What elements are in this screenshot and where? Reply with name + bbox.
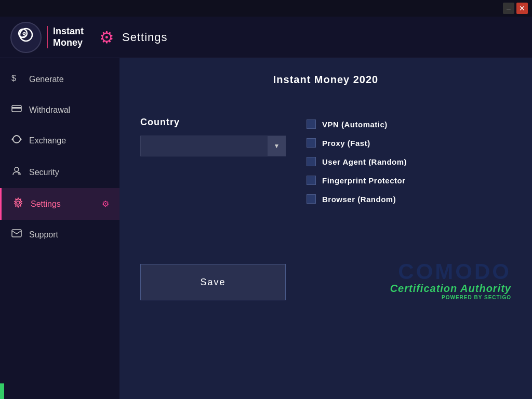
checkbox-browser-box[interactable] bbox=[307, 194, 316, 204]
sidebar-item-settings[interactable]: Settings ⚙ bbox=[0, 188, 119, 220]
save-button[interactable]: Save bbox=[140, 264, 286, 300]
checkbox-fingerprint-box[interactable] bbox=[307, 176, 316, 185]
app-header: $ Instant Money ⚙ Settings bbox=[0, 17, 532, 58]
sidebar-item-security[interactable]: Security bbox=[0, 156, 119, 188]
svg-marker-6 bbox=[20, 137, 22, 141]
checkboxes-section: VPN (Automatic) Proxy (Fast) User Agent … bbox=[307, 119, 407, 204]
content-area: Instant Money 2020 Country United States… bbox=[119, 58, 532, 399]
checkbox-vpn-box[interactable] bbox=[307, 119, 316, 129]
checkbox-proxy-box[interactable] bbox=[307, 138, 316, 148]
main-layout: $ Generate Withdrawal E bbox=[0, 58, 532, 399]
mail-icon bbox=[10, 229, 23, 240]
checkbox-user-agent-label: User Agent (Random) bbox=[322, 157, 407, 166]
sidebar-label-support: Support bbox=[29, 230, 58, 240]
sidebar-item-exchange[interactable]: Exchange bbox=[0, 125, 119, 156]
sidebar-item-withdrawal[interactable]: Withdrawal bbox=[0, 95, 119, 125]
sidebar-bottom-indicator bbox=[0, 383, 4, 399]
title-bar: – ✕ bbox=[0, 0, 532, 17]
save-section: Save COMODO Certification Authority POWE… bbox=[140, 261, 511, 300]
svg-marker-7 bbox=[11, 137, 14, 141]
close-button[interactable]: ✕ bbox=[516, 3, 528, 14]
header-title-area: ⚙ Settings bbox=[99, 28, 168, 47]
country-select-wrapper: United States United Kingdom Germany Fra… bbox=[140, 136, 286, 156]
checkbox-proxy-label: Proxy (Fast) bbox=[322, 139, 370, 148]
logo-icon: $ bbox=[10, 22, 42, 53]
dollar-icon: $ bbox=[10, 73, 23, 86]
settings-gear-icon: ⚙ bbox=[102, 199, 109, 209]
svg-text:$: $ bbox=[11, 74, 16, 83]
country-section: Country United States United Kingdom Ger… bbox=[140, 117, 286, 156]
svg-point-8 bbox=[15, 167, 19, 171]
logo-text: Instant Money bbox=[47, 26, 84, 48]
security-icon bbox=[10, 166, 23, 179]
country-label: Country bbox=[140, 117, 286, 128]
settings-body: Country United States United Kingdom Ger… bbox=[140, 117, 511, 204]
comodo-powered: POWERED BY SECTIGO bbox=[390, 295, 511, 300]
comodo-logo: COMODO Certification Authority POWERED B… bbox=[390, 261, 511, 300]
card-icon bbox=[10, 104, 23, 115]
sidebar-label-settings: Settings bbox=[31, 200, 61, 209]
settings-icon bbox=[12, 197, 24, 210]
checkbox-vpn-label: VPN (Automatic) bbox=[322, 120, 388, 129]
svg-text:$: $ bbox=[22, 31, 26, 39]
header-gear-icon: ⚙ bbox=[99, 28, 114, 47]
country-select[interactable]: United States United Kingdom Germany Fra… bbox=[140, 136, 286, 156]
exchange-icon bbox=[10, 134, 23, 147]
content-title: Instant Money 2020 bbox=[140, 74, 511, 86]
sidebar-label-withdrawal: Withdrawal bbox=[29, 105, 70, 115]
logo-area: $ Instant Money bbox=[10, 22, 84, 53]
comodo-name: COMODO bbox=[390, 261, 511, 283]
checkbox-proxy[interactable]: Proxy (Fast) bbox=[307, 138, 407, 148]
checkbox-user-agent[interactable]: User Agent (Random) bbox=[307, 157, 407, 166]
sidebar-label-exchange: Exchange bbox=[29, 136, 66, 145]
comodo-cert-label: Certification Authority bbox=[390, 283, 511, 295]
sidebar-label-security: Security bbox=[29, 168, 59, 177]
sidebar-item-support[interactable]: Support bbox=[0, 220, 119, 249]
sidebar-item-generate[interactable]: $ Generate bbox=[0, 63, 119, 95]
svg-rect-11 bbox=[12, 230, 21, 237]
minimize-button[interactable]: – bbox=[503, 3, 514, 14]
checkbox-fingerprint[interactable]: Fingerprint Protector bbox=[307, 176, 407, 185]
logo-svg: $ bbox=[16, 27, 36, 48]
sidebar-label-generate: Generate bbox=[29, 75, 64, 84]
checkbox-user-agent-box[interactable] bbox=[307, 157, 316, 166]
svg-rect-5 bbox=[12, 107, 21, 109]
svg-point-10 bbox=[17, 201, 20, 204]
checkbox-browser[interactable]: Browser (Random) bbox=[307, 194, 407, 204]
checkbox-vpn[interactable]: VPN (Automatic) bbox=[307, 119, 407, 129]
sidebar: $ Generate Withdrawal E bbox=[0, 58, 119, 399]
checkbox-browser-label: Browser (Random) bbox=[322, 195, 396, 204]
header-title: Settings bbox=[122, 31, 168, 44]
checkbox-fingerprint-label: Fingerprint Protector bbox=[322, 176, 406, 185]
